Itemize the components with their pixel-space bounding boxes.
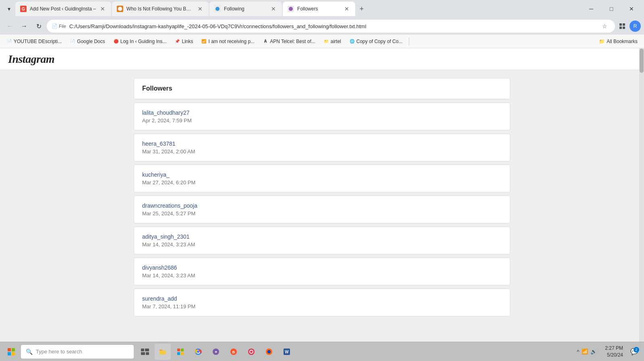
bookmark-icon-youtube: 📄 bbox=[6, 39, 12, 44]
bookmark-gdocs[interactable]: 📄 Google Docs bbox=[66, 37, 108, 46]
protocol-icon: 📄 File bbox=[52, 23, 66, 29]
taskview-button[interactable] bbox=[137, 344, 153, 360]
microsoft-store-icon[interactable] bbox=[172, 344, 188, 360]
close-button[interactable]: ✕ bbox=[622, 2, 641, 15]
back-button[interactable]: ← bbox=[3, 20, 16, 33]
follower-date-1: Mar 31, 2024, 2:00 AM bbox=[142, 149, 502, 155]
tab-followers[interactable]: Followers ✕ bbox=[283, 2, 355, 16]
new-tab-button[interactable]: + bbox=[356, 3, 367, 14]
tab-close-who[interactable]: ✕ bbox=[197, 5, 204, 12]
volume-icon[interactable]: 🔊 bbox=[590, 349, 597, 355]
taskbar: 🔍 Type here to search ✦ B W bbox=[0, 342, 644, 361]
taskbar-clock[interactable]: 2:27 PM 5/20/24 bbox=[602, 344, 626, 359]
search-icon: 🔍 bbox=[26, 349, 33, 355]
svg-rect-16 bbox=[181, 349, 184, 351]
follower-username-1[interactable]: heera_63781 bbox=[142, 140, 502, 147]
tab-close-following[interactable]: ✕ bbox=[270, 5, 277, 12]
bookmark-icon-gdocs: 📄 bbox=[70, 39, 75, 44]
scrollbar-thumb[interactable] bbox=[640, 49, 644, 73]
follower-username-5[interactable]: divyansh2686 bbox=[142, 264, 502, 271]
bookmark-label-login: Log In ‹ Guiding Ins... bbox=[120, 39, 167, 44]
svg-rect-11 bbox=[141, 349, 144, 351]
bookmark-copy[interactable]: 🌐 Copy of Copy of Co... bbox=[346, 37, 406, 46]
bookmark-icon-links: 📌 bbox=[174, 39, 180, 44]
svg-rect-4 bbox=[623, 23, 625, 26]
followers-header-card: Followers bbox=[134, 78, 510, 99]
follower-date-4: Mar 14, 2024, 3:23 AM bbox=[142, 241, 502, 248]
expand-icon[interactable]: ^ bbox=[577, 349, 579, 355]
bookmark-label-airtel: airtel bbox=[331, 39, 341, 44]
bookmark-label-copy: Copy of Copy of Co... bbox=[356, 39, 403, 44]
notification-badge: 2 bbox=[634, 347, 639, 353]
tab-close-add-post[interactable]: ✕ bbox=[99, 5, 106, 12]
svg-rect-12 bbox=[145, 349, 149, 351]
tab-bar: ▾ G Add New Post ‹ GuidingInsta – ✕ Who … bbox=[0, 0, 644, 18]
tab-favicon-who bbox=[117, 6, 123, 12]
start-button[interactable] bbox=[3, 344, 19, 360]
copilot-icon[interactable]: ✦ bbox=[208, 344, 224, 360]
bookmark-airtel[interactable]: 📁 airtel bbox=[320, 37, 344, 46]
taskbar-icons: ✦ B W bbox=[137, 344, 295, 360]
bookmark-links[interactable]: 📌 Links bbox=[171, 37, 196, 46]
svg-rect-17 bbox=[177, 352, 180, 355]
bookmark-login[interactable]: 🔴 Log In ‹ Guiding Ins... bbox=[110, 37, 170, 46]
bookmark-star[interactable]: ☆ bbox=[599, 21, 610, 32]
svg-rect-15 bbox=[177, 349, 180, 351]
wifi-icon[interactable]: 📶 bbox=[582, 349, 588, 355]
instagram-header: Instagram bbox=[0, 48, 644, 70]
search-placeholder: Type here to search bbox=[36, 349, 82, 355]
file-explorer-icon[interactable] bbox=[155, 344, 171, 360]
svg-text:W: W bbox=[285, 350, 289, 354]
follower-item-4: aditya_singh_2301 Mar 14, 2024, 3:23 AM bbox=[134, 227, 510, 254]
forward-button[interactable]: → bbox=[18, 20, 31, 33]
url-text: C:/Users/Ramji/Downloads/instagram-kashy… bbox=[69, 23, 596, 29]
tab-dropdown[interactable]: ▾ bbox=[3, 3, 14, 14]
minimize-button[interactable]: ─ bbox=[582, 2, 601, 15]
svg-text:✦: ✦ bbox=[214, 350, 217, 354]
bookmark-label-apn: APN Telcel: Best of... bbox=[270, 39, 315, 44]
firefox-icon[interactable] bbox=[261, 344, 277, 360]
extensions-button[interactable] bbox=[617, 21, 628, 32]
bookmark-icon-apn: A bbox=[263, 39, 268, 44]
instagram-logo: Instagram bbox=[8, 53, 54, 66]
search-bar[interactable]: 🔍 Type here to search bbox=[21, 345, 134, 359]
follower-username-6[interactable]: surendra_add bbox=[142, 295, 502, 302]
svg-rect-18 bbox=[181, 352, 184, 355]
reload-button[interactable]: ↻ bbox=[32, 20, 45, 33]
bookmark-icon-not-receiving: 📶 bbox=[201, 39, 207, 44]
all-bookmarks-button[interactable]: 📁 All Bookmarks bbox=[596, 37, 641, 46]
tab-who-not-following[interactable]: Who Is Not Following You Back ✕ bbox=[112, 2, 209, 16]
word-icon[interactable]: W bbox=[279, 344, 295, 360]
followers-header: Followers bbox=[134, 78, 510, 99]
svg-point-2 bbox=[289, 7, 293, 11]
tab-add-post[interactable]: G Add New Post ‹ GuidingInsta – ✕ bbox=[15, 2, 111, 16]
scrollbar[interactable] bbox=[639, 48, 644, 342]
opera-icon[interactable] bbox=[243, 344, 259, 360]
follower-username-2[interactable]: kucheriya_ bbox=[142, 171, 502, 178]
notification-button[interactable]: 💬 2 bbox=[628, 345, 641, 358]
address-bar: ← → ↻ 📄 File C:/Users/Ramji/Downloads/in… bbox=[0, 18, 644, 35]
followers-title: Followers bbox=[142, 85, 172, 92]
follower-item-2: kucheriya_ Mar 27, 2024, 6:20 PM bbox=[134, 165, 510, 192]
chrome-icon[interactable] bbox=[190, 344, 206, 360]
follower-username-0[interactable]: lalita_choudhary27 bbox=[142, 109, 502, 116]
tab-following[interactable]: Following ✕ bbox=[209, 2, 282, 16]
follower-item-3: drawncreations_pooja Mar 25, 2024, 5:27 … bbox=[134, 196, 510, 223]
svg-point-29 bbox=[267, 350, 271, 353]
bookmark-not-receiving[interactable]: 📶 I am not receiving p... bbox=[198, 37, 258, 46]
tab-label-add-post: Add New Post ‹ GuidingInsta – bbox=[30, 6, 96, 12]
tab-close-followers[interactable]: ✕ bbox=[343, 5, 350, 12]
svg-text:B: B bbox=[232, 350, 235, 354]
profile-button[interactable]: R bbox=[630, 21, 641, 32]
follower-username-4[interactable]: aditya_singh_2301 bbox=[142, 233, 502, 240]
svg-rect-9 bbox=[8, 352, 11, 355]
svg-rect-6 bbox=[623, 27, 625, 29]
address-input[interactable]: 📄 File C:/Users/Ramji/Downloads/instagra… bbox=[47, 20, 615, 33]
maximize-button[interactable]: □ bbox=[602, 2, 621, 15]
bookmark-youtube[interactable]: 📄 YOUTUBE DEscripti... bbox=[3, 37, 65, 46]
svg-point-0 bbox=[118, 7, 122, 11]
bookmark-apn[interactable]: A APN Telcel: Best of... bbox=[259, 37, 319, 46]
page-content: Instagram Followers lalita_choudhary27 A… bbox=[0, 48, 644, 342]
follower-username-3[interactable]: drawncreations_pooja bbox=[142, 202, 502, 209]
brave-icon[interactable]: B bbox=[226, 344, 242, 360]
